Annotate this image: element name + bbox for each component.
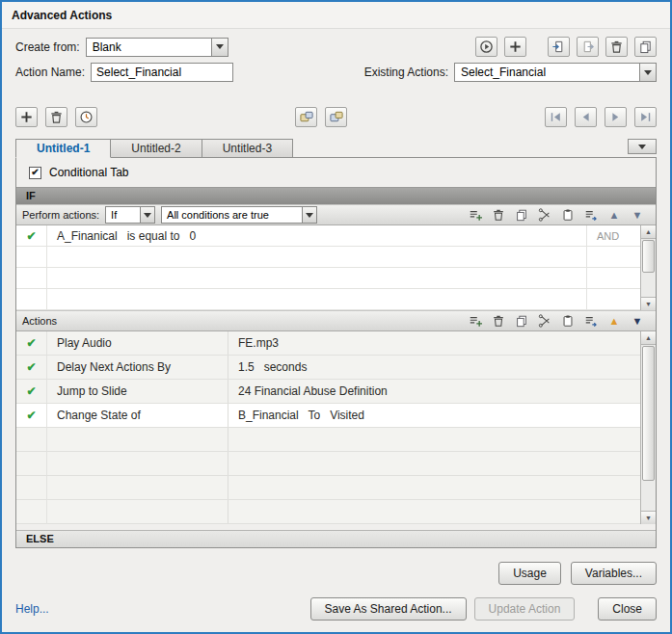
decision-tabs: Untitled-1 Untitled-2 Untitled-3 <box>15 139 657 157</box>
cut-row-icon[interactable] <box>536 207 553 223</box>
move-up-icon[interactable]: ▲ <box>605 207 623 223</box>
action-row[interactable]: ✔ Play Audio FE.mp3 <box>16 331 640 356</box>
scroll-up-button[interactable]: ▲ <box>641 331 656 345</box>
action-value <box>228 428 640 451</box>
create-from-value: Blank <box>87 40 211 54</box>
scrollbar-thumb[interactable] <box>642 240 655 273</box>
action-row-empty[interactable] <box>16 428 640 452</box>
duplicate-action-button[interactable] <box>634 37 657 57</box>
add-decision-button[interactable] <box>15 107 38 127</box>
existing-actions-select[interactable]: Select_Financial <box>454 63 657 82</box>
scrollbar-thumb[interactable] <box>642 346 655 481</box>
nav-next-button[interactable] <box>605 107 627 127</box>
create-from-select[interactable]: Blank <box>86 38 228 57</box>
decision-nav <box>545 107 657 127</box>
shared-action-button[interactable] <box>295 107 317 127</box>
action-row-empty[interactable] <box>16 500 640 524</box>
action-row-selected[interactable]: ✔ Change State of B_Financial To Visited <box>16 404 640 428</box>
variables-button[interactable]: Variables... <box>571 562 657 585</box>
last-icon <box>639 112 652 122</box>
scroll-up-icon: ▲ <box>645 228 652 235</box>
timing-button[interactable] <box>75 107 97 127</box>
import-action-button[interactable] <box>548 37 570 57</box>
action-row[interactable]: ✔ Delay Next Actions By 1.5 seconds <box>16 356 640 380</box>
move-down-icon[interactable]: ▼ <box>629 313 646 329</box>
scroll-up-button[interactable]: ▲ <box>641 225 656 239</box>
conditions-scrollbar[interactable]: ▲ ▼ <box>640 225 656 310</box>
usage-button-label: Usage <box>513 567 547 580</box>
condition-row-empty[interactable] <box>16 289 640 310</box>
scroll-down-button[interactable]: ▼ <box>641 297 656 310</box>
clock-icon <box>79 110 94 124</box>
conditional-tab-checkbox[interactable]: ✔ <box>29 167 41 179</box>
delete-row-icon[interactable] <box>490 313 507 329</box>
action-name: Delay Next Actions By <box>47 356 228 379</box>
delete-action-button[interactable] <box>605 37 628 57</box>
insert-row-icon[interactable] <box>582 313 600 329</box>
action-name-input[interactable] <box>91 63 233 82</box>
nav-last-button[interactable] <box>634 107 657 127</box>
paste-row-icon[interactable] <box>559 207 577 223</box>
perform-type-select[interactable]: If <box>105 206 155 224</box>
chevron-down-icon <box>140 207 154 223</box>
tab-untitled-1[interactable]: Untitled-1 <box>15 139 111 158</box>
new-action-button[interactable] <box>504 37 526 57</box>
copy-row-icon[interactable] <box>513 207 530 223</box>
condition-row-empty[interactable] <box>16 268 640 289</box>
condition-text: A_Finanical is equal to 0 <box>47 225 586 246</box>
close-button[interactable]: Close <box>598 597 657 621</box>
tab-overflow-dropdown[interactable] <box>628 139 657 154</box>
usage-button[interactable]: Usage <box>498 562 561 585</box>
condition-text <box>47 247 586 267</box>
add-row-icon[interactable] <box>467 313 484 329</box>
unshared-action-button[interactable] <box>325 107 347 127</box>
first-icon <box>550 112 562 122</box>
add-row-icon[interactable] <box>467 207 484 223</box>
nav-previous-button[interactable] <box>575 107 597 127</box>
action-value <box>228 452 640 475</box>
scroll-down-button[interactable]: ▼ <box>641 511 656 524</box>
export-action-button[interactable] <box>577 37 599 57</box>
if-header-label: IF <box>26 190 36 201</box>
cut-row-icon[interactable] <box>536 313 553 329</box>
check-icon: ✔ <box>26 337 36 349</box>
tab-label: Untitled-1 <box>37 142 90 155</box>
remove-decision-button[interactable] <box>45 107 67 127</box>
action-check-cell <box>16 452 47 475</box>
advanced-actions-dialog: Advanced Actions Create from: Blank <box>0 0 672 634</box>
delete-row-icon[interactable] <box>490 207 507 223</box>
dialog-content: Create from: Blank <box>2 29 670 632</box>
conditions-mode-select[interactable]: All conditions are true <box>161 206 317 224</box>
action-row[interactable]: ✔ Jump to Slide 24 Financial Abuse Defin… <box>16 380 640 404</box>
paste-row-icon[interactable] <box>559 313 577 329</box>
shared-action-icon <box>299 110 314 124</box>
action-row-empty[interactable] <box>16 452 640 476</box>
actions-scrollbar[interactable]: ▲ ▼ <box>640 331 656 524</box>
action-name-row: Action Name: Existing Actions: Select_Fi… <box>15 63 657 82</box>
check-icon: ✔ <box>26 230 36 242</box>
condition-text <box>47 268 586 288</box>
action-name <box>47 500 228 523</box>
copy-row-icon[interactable] <box>513 313 530 329</box>
conditions-table: ✔ A_Finanical is equal to 0 AND <box>16 225 656 310</box>
condition-row-toolbar: ▲ ▼ <box>467 207 650 223</box>
down-arrow-icon: ▼ <box>632 210 643 221</box>
nav-first-button[interactable] <box>545 107 567 127</box>
condition-check-cell <box>16 289 47 309</box>
save-as-shared-action-button[interactable]: Save As Shared Action... <box>310 597 467 621</box>
preview-action-button[interactable] <box>475 37 497 57</box>
action-row-empty[interactable] <box>16 476 640 500</box>
tab-untitled-3[interactable]: Untitled-3 <box>202 139 293 158</box>
condition-row-empty[interactable] <box>16 247 640 268</box>
footer-utility-row: Usage Variables... <box>15 562 657 585</box>
action-value: 24 Financial Abuse Definition <box>228 380 640 403</box>
action-check-cell: ✔ <box>16 380 47 403</box>
help-link[interactable]: Help... <box>15 602 49 616</box>
tab-untitled-2[interactable]: Untitled-2 <box>111 139 202 158</box>
move-up-icon[interactable]: ▲ <box>605 313 623 329</box>
action-name: Jump to Slide <box>47 380 228 403</box>
create-from-label: Create from: <box>15 40 80 54</box>
move-down-icon[interactable]: ▼ <box>629 207 646 223</box>
condition-row[interactable]: ✔ A_Finanical is equal to 0 AND <box>16 225 640 247</box>
insert-row-icon[interactable] <box>582 207 600 223</box>
